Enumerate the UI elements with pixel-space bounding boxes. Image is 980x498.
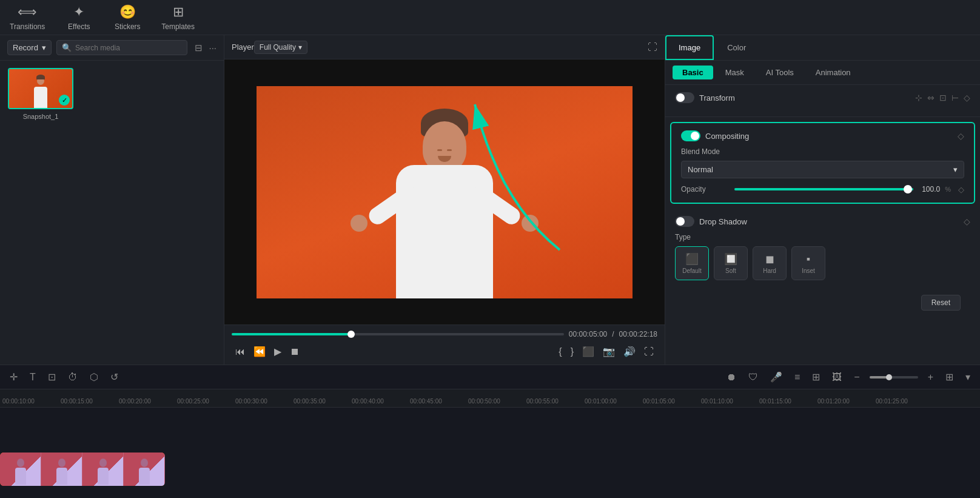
ruler-mark: 00:01:00:00 bbox=[582, 398, 640, 405]
zoom-out-button[interactable]: − bbox=[851, 371, 862, 384]
more-options-button[interactable]: ▾ bbox=[963, 370, 973, 384]
select-tool-button[interactable]: ✛ bbox=[7, 370, 20, 384]
ruler-mark: 00:00:20:00 bbox=[116, 398, 175, 405]
drop-shadow-toggle[interactable] bbox=[675, 216, 694, 227]
timeline-image-button[interactable]: 🖼 bbox=[830, 371, 844, 384]
transform-header: Transform ⊹ ⇔ ⊡ ⊢ ◇ bbox=[675, 92, 970, 103]
right-panel-subtabs: Basic Mask AI Tools Animation bbox=[665, 61, 980, 85]
mark-out-button[interactable]: } bbox=[567, 344, 577, 360]
progress-bar-container: 00:00:05:00 / 00:00:22:18 bbox=[232, 330, 657, 338]
frame-back-button[interactable]: ⏪ bbox=[250, 343, 269, 360]
tab-color[interactable]: Color bbox=[714, 35, 759, 60]
compositing-keyframe-icon[interactable]: ◇ bbox=[958, 131, 964, 141]
subtab-basic[interactable]: Basic bbox=[673, 66, 713, 79]
timer-tool-button[interactable]: ⏱ bbox=[65, 371, 80, 384]
ruler-mark: 00:00:10:00 bbox=[0, 398, 58, 405]
search-input[interactable] bbox=[75, 44, 183, 52]
zoom-thumb[interactable] bbox=[886, 374, 892, 380]
redo-tool-button[interactable]: ↺ bbox=[108, 370, 121, 384]
video-track[interactable] bbox=[0, 453, 165, 486]
ruler-mark: 00:00:40:00 bbox=[349, 398, 408, 405]
type-inset-icon: ▪ bbox=[807, 253, 810, 266]
shape-tool-button[interactable]: ⬡ bbox=[87, 370, 101, 384]
fullscreen-icon[interactable]: ⛶ bbox=[648, 42, 657, 53]
left-panel-header: Record ▾ 🔍 ⊟ ··· bbox=[0, 35, 224, 61]
opacity-label: Opacity bbox=[681, 185, 730, 193]
record-label: Record bbox=[13, 43, 38, 52]
opacity-slider[interactable] bbox=[734, 183, 913, 195]
compositing-toggle[interactable] bbox=[681, 130, 700, 141]
type-default-label: Default bbox=[682, 268, 702, 274]
video-container bbox=[224, 59, 665, 325]
media-thumbnail[interactable]: ✓ bbox=[8, 68, 73, 109]
mark-in-button[interactable]: { bbox=[555, 344, 565, 360]
templates-tool[interactable]: ⊞ Templates bbox=[161, 4, 195, 31]
transitions-tool[interactable]: ⟺ Transitions bbox=[10, 4, 45, 31]
timeline-tracks bbox=[0, 408, 980, 498]
crop-tool-button[interactable]: ⊡ bbox=[45, 370, 58, 384]
templates-label: Templates bbox=[161, 22, 195, 31]
more-icon[interactable]: ··· bbox=[209, 42, 216, 53]
ruler-mark: 00:00:45:00 bbox=[408, 398, 466, 405]
search-box[interactable]: 🔍 bbox=[56, 40, 188, 55]
grid-view-button[interactable]: ⊞ bbox=[943, 370, 956, 384]
timeline-shield-button[interactable]: 🛡 bbox=[746, 371, 760, 384]
play-button[interactable]: ▶ bbox=[270, 343, 285, 360]
ruler-mark: 00:00:25:00 bbox=[175, 398, 233, 405]
stickers-tool[interactable]: 😊 Stickers bbox=[113, 4, 142, 31]
media-library: ✓ Snapshot_1 bbox=[0, 61, 224, 365]
step-back-button[interactable]: ⏮ bbox=[232, 344, 249, 360]
stop-button[interactable]: ⏹ bbox=[286, 344, 303, 360]
timeline-grid-button[interactable]: ⊞ bbox=[810, 370, 822, 384]
type-hard[interactable]: ◼ Hard bbox=[753, 246, 787, 280]
snapshot-button[interactable]: 📷 bbox=[599, 343, 619, 360]
edit-controls: { } ⬛ 📷 🔊 ⛶ bbox=[555, 343, 657, 360]
timeline-caption-button[interactable]: ≡ bbox=[792, 371, 802, 384]
tab-image[interactable]: Image bbox=[665, 35, 714, 60]
filter-icon[interactable]: ⊟ bbox=[195, 42, 203, 53]
type-soft-label: Soft bbox=[725, 268, 736, 274]
right-panel-content: Transform ⊹ ⇔ ⊡ ⊢ ◇ Compositing bbox=[665, 85, 980, 365]
bottom-area: ✛ T ⊡ ⏱ ⬡ ↺ ⏺ 🛡 🎤 ≡ ⊞ 🖼 − + ⊞ ▾ 00:00:10… bbox=[0, 365, 980, 498]
subtab-animation[interactable]: Animation bbox=[806, 66, 861, 79]
transform-toggle[interactable] bbox=[675, 92, 694, 103]
opacity-keyframe-icon[interactable]: ◇ bbox=[958, 185, 964, 194]
record-dropdown[interactable]: Record ▾ bbox=[7, 40, 52, 55]
transform-move-icon: ⊹ bbox=[915, 93, 922, 103]
volume-button[interactable]: 🔊 bbox=[620, 343, 639, 360]
ruler-marks: 00:00:10:00 00:00:15:00 00:00:20:00 00:0… bbox=[0, 398, 980, 405]
main-area: Record ▾ 🔍 ⊟ ··· bbox=[0, 35, 980, 365]
dropdown-arrow-icon: ▾ bbox=[42, 43, 46, 52]
blend-mode-value: Normal bbox=[688, 165, 713, 174]
quality-label: Full Quality bbox=[260, 43, 296, 52]
type-inset[interactable]: ▪ Inset bbox=[791, 246, 825, 280]
effects-tool[interactable]: ✦ Effects bbox=[64, 4, 93, 31]
quality-select[interactable]: Full Quality ▾ bbox=[254, 41, 307, 54]
zoom-slider[interactable] bbox=[870, 376, 918, 379]
media-name: Snapshot_1 bbox=[23, 113, 59, 120]
media-item[interactable]: ✓ Snapshot_1 bbox=[7, 68, 74, 120]
reset-button[interactable]: Reset bbox=[921, 295, 961, 311]
subtab-mask[interactable]: Mask bbox=[716, 66, 754, 79]
timeline-play-button[interactable]: ⏺ bbox=[724, 371, 739, 384]
blend-mode-row: Blend Mode bbox=[681, 147, 964, 156]
transitions-label: Transitions bbox=[10, 22, 45, 31]
ruler-mark: 00:00:55:00 bbox=[524, 398, 582, 405]
ruler-mark: 00:01:05:00 bbox=[640, 398, 699, 405]
subtab-aitools[interactable]: AI Tools bbox=[756, 66, 804, 79]
zoom-in-button[interactable]: + bbox=[925, 371, 936, 384]
type-soft[interactable]: 🔲 Soft bbox=[714, 246, 748, 280]
progress-bar[interactable] bbox=[232, 333, 564, 335]
text-tool-button[interactable]: T bbox=[27, 371, 38, 384]
type-default[interactable]: ⬛ Default bbox=[675, 246, 709, 280]
center-panel: Player Full Quality ▾ ⛶ bbox=[224, 35, 665, 365]
fullscreen-button[interactable]: ⛶ bbox=[640, 344, 657, 360]
drop-shadow-keyframe-icon[interactable]: ◇ bbox=[964, 217, 970, 226]
effects-label: Effects bbox=[68, 22, 90, 31]
caption-button[interactable]: ⬛ bbox=[579, 343, 598, 360]
opacity-thumb[interactable] bbox=[904, 185, 912, 193]
timeline-mic-button[interactable]: 🎤 bbox=[768, 370, 785, 384]
ruler-mark: 00:01:20:00 bbox=[815, 398, 873, 405]
blend-mode-select[interactable]: Normal ▾ bbox=[681, 161, 964, 178]
progress-thumb[interactable] bbox=[347, 331, 355, 338]
